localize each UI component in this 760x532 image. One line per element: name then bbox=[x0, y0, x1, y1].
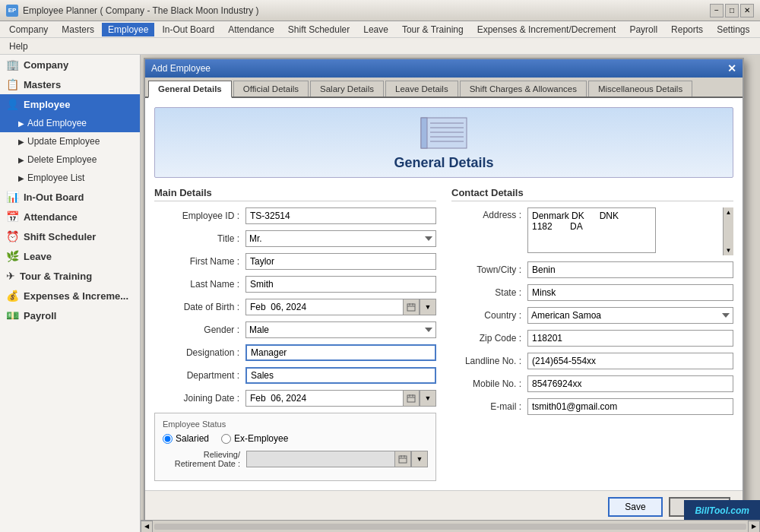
menu-inout[interactable]: In-Out Board bbox=[156, 23, 220, 36]
sidebar-item-employee[interactable]: 👤 Employee bbox=[0, 94, 140, 114]
joining-calendar-button[interactable] bbox=[403, 390, 420, 407]
address-scrollbar[interactable]: ▲ ▼ bbox=[723, 207, 733, 255]
menu-masters[interactable]: Masters bbox=[55, 23, 100, 36]
svg-rect-15 bbox=[399, 456, 407, 463]
designation-input[interactable] bbox=[245, 344, 436, 361]
state-input[interactable] bbox=[527, 284, 733, 301]
menu-tour[interactable]: Tour & Training bbox=[396, 23, 470, 36]
relieving-date-input[interactable] bbox=[246, 451, 394, 467]
landline-input[interactable] bbox=[527, 353, 733, 369]
employee-id-input[interactable] bbox=[245, 207, 436, 224]
scroll-left-button[interactable]: ◀ bbox=[141, 521, 153, 533]
menu-attendance[interactable]: Attendance bbox=[222, 23, 280, 36]
relieving-calendar-button[interactable] bbox=[394, 451, 411, 467]
form-right: Contact Details Address : Denmark DK DNK… bbox=[451, 187, 733, 481]
sidebar-item-company[interactable]: 🏢 Company bbox=[0, 55, 140, 74]
sidebar-item-inout[interactable]: 📊 In-Out Board bbox=[0, 187, 140, 207]
employee-id-label: Employee ID : bbox=[154, 211, 245, 221]
menu-company[interactable]: Company bbox=[3, 23, 54, 36]
last-name-input[interactable] bbox=[245, 276, 436, 293]
dialog-close-button[interactable]: ✕ bbox=[727, 62, 736, 74]
sidebar-label-payroll: Payroll bbox=[24, 310, 56, 321]
menu-payroll[interactable]: Payroll bbox=[623, 23, 663, 36]
menu-expenses[interactable]: Expenses & Increment/Decrement bbox=[471, 23, 622, 36]
horizontal-scrollbar[interactable]: ◀ ▶ bbox=[141, 520, 760, 532]
sidebar-item-tour[interactable]: ✈ Tour & Training bbox=[0, 266, 140, 286]
dialog-header: General Details bbox=[154, 107, 733, 178]
sidebar-item-payroll[interactable]: 💵 Payroll bbox=[0, 306, 140, 325]
sidebar: 🏢 Company 📋 Masters 👤 Employee ▶ Add Emp… bbox=[0, 55, 141, 532]
sidebar-item-leave[interactable]: 🌿 Leave bbox=[0, 246, 140, 266]
menu-leave[interactable]: Leave bbox=[357, 23, 394, 36]
menu-reports[interactable]: Reports bbox=[665, 23, 709, 36]
address-input[interactable]: Denmark DK DNK 1182 DA bbox=[527, 207, 656, 253]
sidebar-item-update-employee[interactable]: ▶ Update Employee bbox=[0, 132, 140, 150]
salaried-radio[interactable] bbox=[163, 434, 173, 444]
save-button[interactable]: Save bbox=[608, 497, 662, 517]
dob-dropdown-button[interactable]: ▼ bbox=[420, 299, 436, 315]
tab-salary-details[interactable]: Salary Details bbox=[310, 81, 384, 97]
town-input[interactable] bbox=[527, 261, 733, 278]
branding: BillTool.com bbox=[684, 500, 760, 520]
tab-official-details[interactable]: Official Details bbox=[233, 81, 309, 97]
sidebar-label-masters: Masters bbox=[24, 79, 61, 90]
scroll-right-button[interactable]: ▶ bbox=[748, 521, 760, 533]
employee-id-row: Employee ID : bbox=[154, 207, 436, 224]
tab-leave-details[interactable]: Leave Details bbox=[385, 81, 458, 97]
relieving-dropdown-button[interactable]: ▼ bbox=[411, 451, 428, 467]
scroll-track[interactable] bbox=[154, 524, 746, 530]
email-input[interactable] bbox=[527, 398, 733, 415]
sidebar-item-shift[interactable]: ⏰ Shift Scheduler bbox=[0, 226, 140, 246]
sidebar-item-employee-list[interactable]: ▶ Employee List bbox=[0, 169, 140, 187]
app-icon: EP bbox=[6, 5, 18, 17]
menu-shift[interactable]: Shift Scheduler bbox=[282, 23, 356, 36]
last-name-label: Last Name : bbox=[154, 279, 245, 290]
title-select[interactable]: Mr. Ms. Mrs. Dr. bbox=[245, 230, 436, 247]
tab-general-details[interactable]: General Details bbox=[148, 81, 232, 98]
tab-shift-charges[interactable]: Shift Charges & Allowances bbox=[460, 81, 587, 97]
zip-input[interactable] bbox=[527, 330, 733, 347]
sidebar-item-attendance[interactable]: 📅 Attendance bbox=[0, 207, 140, 226]
sidebar-item-delete-employee[interactable]: ▶ Delete Employee bbox=[0, 150, 140, 169]
window-close-button[interactable]: ✕ bbox=[740, 4, 754, 17]
dialog-title-text: Add Employee bbox=[151, 63, 211, 74]
menu-settings[interactable]: Settings bbox=[711, 23, 755, 36]
gender-row: Gender : Male Female bbox=[154, 321, 436, 338]
dialog-title-bar: Add Employee ✕ bbox=[145, 59, 743, 78]
country-select[interactable]: American Samoa Denmark United States bbox=[527, 307, 733, 324]
main-details-title: Main Details bbox=[154, 187, 436, 201]
add-employee-dialog: Add Employee ✕ General Details Official … bbox=[144, 58, 744, 524]
dob-input[interactable] bbox=[245, 299, 403, 315]
mobile-input[interactable] bbox=[527, 375, 733, 392]
joining-date-input[interactable] bbox=[245, 390, 403, 407]
tab-miscellaneous[interactable]: Miscellaneous Details bbox=[588, 81, 692, 97]
dialog-footer: Save Cancel bbox=[145, 490, 743, 523]
joining-dropdown-button[interactable]: ▼ bbox=[420, 390, 436, 407]
menu-mail[interactable]: Mail bbox=[757, 23, 760, 36]
sidebar-item-masters[interactable]: 📋 Masters bbox=[0, 74, 140, 94]
address-row: Address : Denmark DK DNK 1182 DA ▲ ▼ bbox=[451, 207, 733, 255]
joining-date-row: Joining Date : ▼ bbox=[154, 390, 436, 407]
landline-row: Landline No. : bbox=[451, 353, 733, 369]
emp-status-radio-group: Salaried Ex-Employee bbox=[163, 433, 428, 444]
menu-bar: Company Masters Employee In-Out Board At… bbox=[0, 21, 760, 38]
minimize-button[interactable]: − bbox=[710, 4, 724, 17]
menu-help[interactable]: Help bbox=[3, 40, 34, 53]
gender-select[interactable]: Male Female bbox=[245, 321, 436, 338]
department-row: Department : bbox=[154, 367, 436, 384]
sidebar-label-shift: Shift Scheduler bbox=[24, 231, 96, 242]
maximize-button[interactable]: □ bbox=[725, 4, 739, 17]
title-bar: EP Employee Planner ( Company - The Blac… bbox=[0, 0, 760, 21]
dob-calendar-button[interactable] bbox=[403, 299, 420, 315]
tab-bar: General Details Official Details Salary … bbox=[145, 78, 743, 98]
department-input[interactable] bbox=[245, 367, 436, 384]
ex-employee-label: Ex-Employee bbox=[234, 433, 288, 444]
salaried-radio-label[interactable]: Salaried bbox=[163, 433, 209, 444]
first-name-input[interactable] bbox=[245, 253, 436, 270]
sidebar-item-add-employee[interactable]: ▶ Add Employee bbox=[0, 114, 140, 132]
sidebar-item-expenses[interactable]: 💰 Expenses & Increme... bbox=[0, 286, 140, 306]
menu-employee[interactable]: Employee bbox=[102, 23, 154, 36]
ex-employee-radio[interactable] bbox=[221, 434, 231, 444]
first-name-row: First Name : bbox=[154, 253, 436, 270]
ex-employee-radio-label[interactable]: Ex-Employee bbox=[221, 433, 288, 444]
